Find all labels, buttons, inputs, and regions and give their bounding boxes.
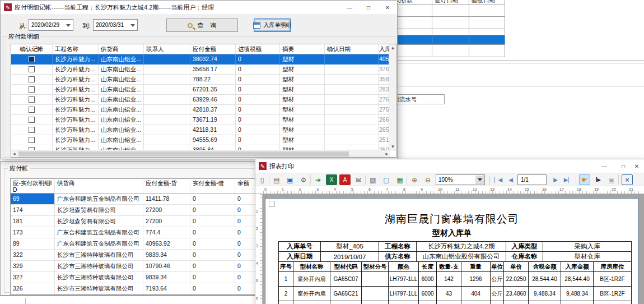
chevron-down-icon[interactable]	[66, 24, 71, 27]
column-header[interactable]: 联系人	[144, 44, 190, 54]
to-date-combo[interactable]: 2020/03/31	[93, 19, 138, 31]
scroll-down-icon[interactable]: ▼	[389, 143, 396, 151]
table-row[interactable]: 长沙万科魅力...山东南山铝业...788.220型材358	[11, 75, 396, 85]
table-row[interactable]: 长沙万科魅力...山东南山铝业...38032.740型材405	[11, 54, 396, 65]
print-icon[interactable]: ▤	[271, 174, 282, 185]
window1-titlebar[interactable]: ✎ 应付明细记帐------当前工程：长沙万科魅力之城4.2期------当前用…	[1, 1, 397, 14]
column-header[interactable]: 供货商	[99, 44, 144, 54]
zoom-in-icon[interactable]: ⊕	[409, 174, 420, 185]
table-row[interactable]: 长沙市三湘特种玻璃有限公司	[11, 294, 259, 295]
next-page-icon[interactable]: ▶	[550, 174, 561, 185]
checkbox[interactable]	[29, 107, 35, 113]
chevron-down-icon[interactable]	[130, 24, 135, 27]
column-header[interactable]: 验收日期	[469, 0, 505, 4]
table-row[interactable]	[386, 45, 505, 57]
contract-grid[interactable]: 合同价款签订日期验收日期	[386, 0, 505, 57]
page-indicator[interactable]: 1/1	[517, 174, 547, 185]
book-icon[interactable]: ▣	[284, 174, 296, 185]
checkbox-cell[interactable]	[11, 95, 53, 105]
table-row[interactable]	[386, 29, 505, 35]
table-row[interactable]	[386, 4, 505, 17]
table-row[interactable]	[386, 17, 505, 29]
column-header[interactable]: 确认日期	[325, 44, 379, 54]
checkbox-cell[interactable]	[11, 125, 53, 135]
checkbox-cell[interactable]	[11, 115, 53, 125]
export-icon[interactable]: ➔	[312, 174, 324, 185]
entry-detail-button[interactable]: 入库单明细	[254, 19, 291, 32]
from-date-combo[interactable]: 2020/02/29	[29, 19, 73, 31]
scroll-up-icon[interactable]: ▲	[389, 44, 396, 52]
payables-grid[interactable]: 应-实付款明细ID供货商应付金额-货实付金额-借余额69广东合和建筑五金制品有限…	[10, 178, 259, 295]
column-header[interactable]: 应付金额-货	[143, 179, 190, 194]
checkbox-cell[interactable]	[11, 75, 53, 85]
table-row[interactable]: 322长沙市三湘特种玻璃有限公司9839.3400	[11, 250, 259, 261]
maximize-button[interactable]: □	[614, 159, 633, 173]
table-row[interactable]: 329长沙市三湘特种玻璃有限公司10790.4600	[11, 261, 259, 272]
column-header[interactable]: 进项税额	[236, 44, 280, 54]
close-preview-icon[interactable]: ×	[622, 174, 633, 185]
checkbox[interactable]	[29, 137, 35, 143]
table-row[interactable]	[386, 35, 505, 45]
horizontal-scrollbar[interactable]: ◂ ▸	[11, 150, 390, 157]
table-row[interactable]: 69广东合和建筑五金制品有限公司11411.7800	[11, 194, 259, 205]
column-header[interactable]: 供货商	[55, 179, 143, 194]
copy-icon[interactable]: ▣	[606, 174, 617, 185]
report-preview-area[interactable]: 123456 湖南巨晟门窗幕墙有限公司 型材入库单 入库单号型材_405工程名称…	[255, 194, 644, 304]
zoom-out-icon[interactable]: ⊖	[422, 174, 433, 185]
column-header[interactable]: 入库	[379, 44, 389, 54]
excel-export-icon[interactable]: X	[326, 174, 337, 185]
checkbox-cell[interactable]	[11, 135, 53, 145]
column-header[interactable]: 实付金额-借	[190, 179, 235, 194]
pdf-export-icon[interactable]: A	[339, 174, 351, 185]
document-icon[interactable]: ▢	[381, 174, 392, 185]
table-row[interactable]: 长沙万科魅力...山东南山铝业...73671.190型材266	[11, 115, 396, 125]
mail-icon[interactable]: ✉	[353, 174, 364, 185]
column-header[interactable]: 应付金额	[190, 44, 236, 54]
column-header[interactable]: 摘要	[280, 44, 325, 54]
grid-export-icon[interactable]: ▦	[394, 174, 405, 185]
checkbox[interactable]	[29, 56, 35, 62]
checkbox[interactable]	[29, 127, 35, 133]
first-page-icon[interactable]: ◀	[493, 174, 504, 185]
print-setup-icon[interactable]: ▧	[367, 174, 379, 185]
column-header[interactable]: 签订日期	[432, 0, 469, 4]
last-page-icon[interactable]: ▶	[562, 174, 573, 185]
minimize-button[interactable]: —	[595, 159, 614, 173]
checkbox-cell[interactable]	[11, 54, 53, 65]
column-header[interactable]: 应-实付款明细ID	[11, 179, 55, 194]
vertical-scrollbar[interactable]: ▲ ▼	[389, 44, 396, 151]
scroll-right-icon[interactable]: ▸	[385, 151, 388, 156]
chevron-down-icon[interactable]	[475, 176, 484, 184]
checkbox[interactable]	[29, 76, 35, 82]
report-titlebar[interactable]: ✎ 报表打印 — □ ✕	[255, 159, 644, 173]
table-row[interactable]: 89广东合和建筑五金制品有限公司40963.9200	[11, 238, 259, 250]
checkbox-cell[interactable]	[11, 85, 53, 95]
checkbox[interactable]	[29, 117, 35, 123]
query-button[interactable]: 查 询	[166, 19, 238, 32]
maximize-button[interactable]: □	[359, 1, 378, 14]
pan-hand-icon[interactable]: ☛	[579, 174, 590, 185]
column-header[interactable]: 工程名称	[53, 44, 99, 54]
checkbox[interactable]	[29, 86, 35, 93]
close-button[interactable]: ✕	[378, 1, 397, 14]
scrollbar-thumb[interactable]	[18, 151, 349, 156]
table-row[interactable]: 181长沙坦森贸易有限公司2720000	[11, 216, 259, 227]
checkbox-cell[interactable]	[11, 65, 53, 75]
close-button[interactable]: ✕	[633, 159, 641, 173]
preview-icon[interactable]: ▯	[256, 174, 268, 185]
column-header[interactable]: 确认记帐	[11, 44, 53, 54]
table-row[interactable]: 173广东合和建筑五金制品有限公司774.400	[11, 227, 259, 238]
scroll-left-icon[interactable]: ◂	[13, 151, 16, 156]
text-select-icon[interactable]: I▸	[592, 174, 604, 185]
payable-detail-grid[interactable]: 确认记帐工程名称供货商联系人应付金额进项税额摘要确认日期入库长沙万科魅力...山…	[11, 44, 396, 158]
table-row[interactable]: 174长沙坦森贸易有限公司2720000	[11, 205, 259, 216]
zoom-level-combo[interactable]: 100%	[436, 174, 485, 185]
checkbox[interactable]	[29, 66, 35, 72]
checkbox[interactable]	[29, 96, 35, 103]
table-row[interactable]: 长沙万科魅力...山东南山铝业...67201.350型材283	[11, 85, 396, 95]
minimize-button[interactable]: —	[340, 1, 359, 14]
table-row[interactable]: 长沙万科魅力...山东南山铝业...35658.170型材376	[11, 65, 396, 75]
table-row[interactable]: 长沙万科魅力...山东南山铝业...42118.310型材265	[11, 125, 396, 135]
settings-icon[interactable]: ⚙	[298, 174, 309, 185]
previous-page-icon[interactable]: ◀	[505, 174, 516, 185]
